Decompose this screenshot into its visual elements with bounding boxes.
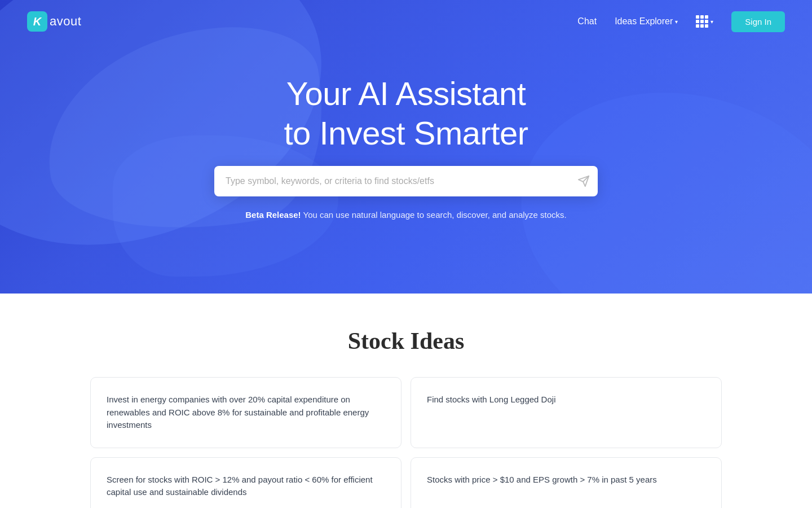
send-icon xyxy=(577,175,590,187)
idea-card[interactable]: Invest in energy companies with over 20%… xyxy=(90,377,401,448)
hero-title: Your AI Assistant to Invest Smarter xyxy=(284,74,528,152)
hero-section: Your AI Assistant to Invest Smarter Beta… xyxy=(0,0,812,294)
header: K avout Chat Ideas Explorer ▾ ▾ Sign In xyxy=(0,0,812,43)
nav-chat[interactable]: Chat xyxy=(577,16,597,27)
search-input[interactable] xyxy=(214,166,598,196)
beta-release-text: Beta Release! You can use natural langua… xyxy=(245,210,567,220)
logo-text: avout xyxy=(50,14,81,29)
nav: Chat Ideas Explorer ▾ ▾ Sign In xyxy=(577,11,785,32)
grid-apps-icon[interactable]: ▾ xyxy=(696,15,713,28)
hero-content: Your AI Assistant to Invest Smarter Beta… xyxy=(214,74,598,220)
chevron-down-icon: ▾ xyxy=(710,19,713,25)
stock-ideas-section: Stock Ideas Invest in energy companies w… xyxy=(0,294,812,508)
nav-ideas-explorer[interactable]: Ideas Explorer ▾ xyxy=(615,16,678,27)
logo[interactable]: K avout xyxy=(27,11,81,32)
stock-ideas-title: Stock Ideas xyxy=(90,327,722,354)
ideas-grid: Invest in energy companies with over 20%… xyxy=(90,377,722,508)
search-container xyxy=(214,166,598,196)
logo-k-icon: K xyxy=(27,11,47,32)
idea-card[interactable]: Find stocks with Long Legged Doji xyxy=(411,377,722,448)
idea-card[interactable]: Stocks with price > $10 and EPS growth >… xyxy=(411,457,722,509)
idea-card[interactable]: Screen for stocks with ROIC > 12% and pa… xyxy=(90,457,401,509)
chevron-down-icon: ▾ xyxy=(675,19,678,25)
search-submit-button[interactable] xyxy=(577,175,590,187)
sign-in-button[interactable]: Sign In xyxy=(731,11,785,32)
